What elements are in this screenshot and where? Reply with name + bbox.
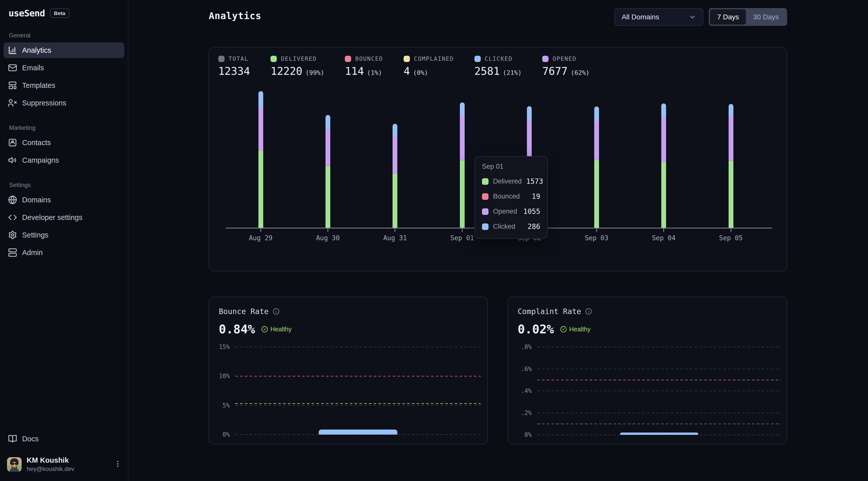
bounce-rate-chart: 15%10%5%0% [209,297,487,444]
complaint-rate-chart: .8%.6%.4%.2%0% [508,297,786,444]
legend-swatch [482,209,489,215]
sidebar-item-domains[interactable]: Domains [3,192,124,207]
sidebar-item-label: Suppressions [22,99,66,107]
tooltip-row-bounced: Bounced19 [482,192,540,200]
bar-segment-opened [393,136,397,173]
chart-tooltip: Sep 01 Delivered1573Bounced19Opened1055C… [474,156,548,239]
gridline-0.2pct [537,413,781,413]
bar-segment-delivered [728,161,733,228]
volume-bar-chart: Aug 29Aug 30Aug 31Sep 01Sep 02Sep 03Sep … [209,47,786,271]
sidebar-item-label: Emails [22,64,44,72]
axis-tick [395,228,395,232]
bar-segment-opened [661,117,666,162]
page-title: Analytics [209,10,261,21]
sidebar-item-campaigns[interactable]: Campaigns [3,152,124,168]
axis-tick [260,228,261,232]
range-7-days[interactable]: 7 Days [710,9,746,25]
contact-book-icon [8,138,17,147]
tooltip-label: Delivered [493,178,522,185]
book-open-icon [8,434,17,443]
sidebar-item-templates[interactable]: Templates [3,77,124,93]
bar-segment-opened [326,129,330,166]
tooltip-row-opened: Opened1055 [482,207,540,216]
range-30-days[interactable]: 30 Days [746,9,786,25]
tooltip-label: Bounced [493,193,527,200]
sidebar-footer: Docs KM Koushik hey@koushik.dev [3,431,124,475]
y-axis-label: 5% [212,402,230,409]
domain-filter-select[interactable]: All Domains [615,8,703,26]
sidebar-item-suppressions[interactable]: Suppressions [3,95,124,111]
bar-segment-clicked [460,102,465,115]
volume-bar-sep-04[interactable] [661,103,666,228]
gridline-5pct [235,405,481,406]
tooltip-label: Opened [493,207,519,215]
volume-chart-card: TOTAL12334DELIVERED12220(99%)BOUNCED114(… [209,47,787,271]
threshold-line-danger [537,380,781,380]
volume-bar-sep-05[interactable] [728,104,733,228]
tooltip-value: 286 [527,222,540,231]
sidebar-item-label: Settings [22,231,49,239]
user-name: KM Koushik [27,456,74,464]
sidebar-item-contacts[interactable]: Contacts [3,135,124,150]
sidebar-item-label: Analytics [22,46,51,55]
bar-segment-opened [258,107,263,150]
bar-segment-opened [594,121,599,160]
bar-segment-delivered [661,162,666,228]
bar-segment-clicked [326,115,330,129]
bar-chart-icon [8,46,17,55]
volume-bar-aug-30[interactable] [326,115,330,228]
bar-segment-clicked [258,91,263,107]
user-menu[interactable]: KM Koushik hey@koushik.dev [3,454,124,475]
kebab-menu-icon[interactable] [114,460,122,469]
server-icon [8,248,17,257]
bar-segment-delivered [460,160,465,228]
user-x-icon [8,98,17,107]
gridline-0.6pct [537,369,781,369]
mail-icon [8,63,17,72]
bar-segment-delivered [258,151,263,227]
y-axis-label: .4% [510,387,532,394]
sidebar-item-settings[interactable]: Settings [3,227,124,243]
bar-segment-clicked [594,106,599,121]
chevron-down-icon [689,13,696,21]
sidebar-item-label: Developer settings [22,214,82,222]
axis-tick [462,228,463,232]
volume-bar-aug-29[interactable] [258,91,263,228]
y-axis-label: 0% [510,431,532,438]
section-label-marketing: Marketing [9,124,124,131]
legend-swatch [482,193,489,200]
volume-bar-sep-01[interactable] [460,102,465,228]
bar-segment-clicked [661,103,666,117]
bar-segment-clicked [728,104,733,117]
bar-segment-opened [728,117,733,160]
x-axis-label: Sep 05 [711,234,751,242]
tooltip-title: Sep 01 [482,163,540,170]
rate-bar[interactable] [620,432,698,435]
sidebar-item-docs[interactable]: Docs [3,431,124,447]
y-axis-label: 0% [212,431,230,438]
bar-segment-clicked [393,124,397,136]
volume-bar-sep-03[interactable] [594,106,599,228]
sidebar-item-label: Contacts [22,138,51,147]
sidebar-item-admin[interactable]: Admin [3,245,124,260]
sidebar: useSend Beta GeneralAnalyticsEmailsTempl… [0,0,128,481]
y-axis-label: 10% [212,373,230,380]
volume-bar-aug-31[interactable] [393,124,397,228]
user-email: hey@koushik.dev [27,466,74,473]
x-axis-label: Sep 04 [644,234,684,242]
tooltip-row-clicked: Clicked286 [482,222,540,231]
legend-swatch [482,178,489,185]
beta-badge: Beta [50,8,69,18]
sidebar-item-developer-settings[interactable]: Developer settings [3,210,124,225]
rate-bar[interactable] [319,429,397,435]
sidebar-item-label: Domains [22,196,51,204]
sidebar-item-label: Campaigns [22,156,59,164]
y-axis-label: 15% [212,344,230,350]
sidebar-item-emails[interactable]: Emails [3,60,124,75]
gear-icon [8,230,17,239]
layout-template-icon [8,81,17,90]
code-icon [8,213,17,222]
section-label-settings: Settings [9,182,124,189]
sidebar-item-analytics[interactable]: Analytics [3,42,124,58]
threshold-line-muted [537,423,781,424]
